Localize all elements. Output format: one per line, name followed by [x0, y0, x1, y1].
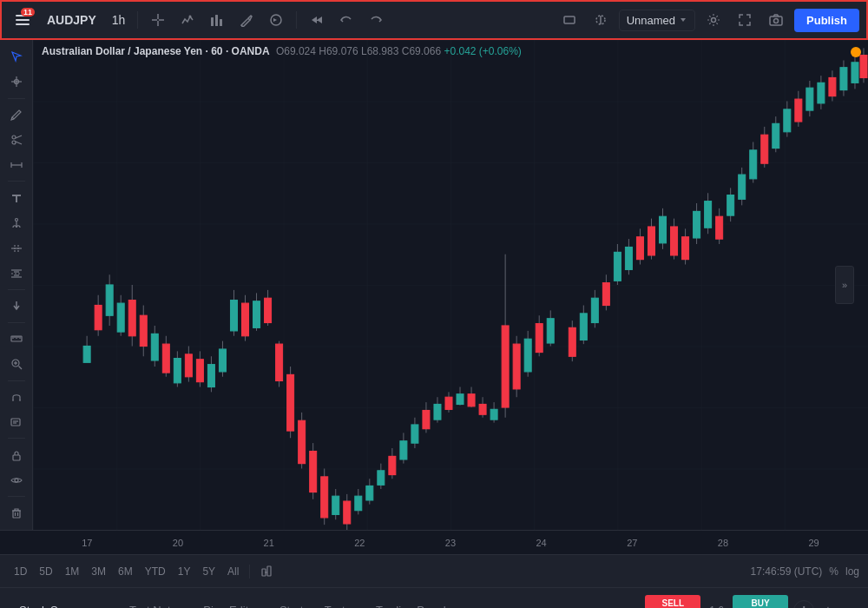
- svg-rect-141: [569, 327, 575, 356]
- toolbar-sep-2: [296, 11, 297, 29]
- svg-rect-137: [536, 324, 542, 353]
- svg-rect-147: [602, 283, 609, 306]
- tab-trading-panel[interactable]: Trading Panel: [365, 598, 456, 608]
- svg-rect-179: [784, 109, 791, 132]
- svg-rect-191: [852, 63, 858, 83]
- buy-button[interactable]: BUY 69.074: [733, 595, 788, 608]
- rectangle-icon[interactable]: [556, 7, 582, 33]
- interval-label[interactable]: 1h: [107, 10, 131, 30]
- indicators-icon[interactable]: [174, 7, 201, 33]
- date-label-20: 20: [173, 538, 183, 548]
- replay-icon[interactable]: [263, 7, 289, 33]
- range-all[interactable]: All: [222, 563, 244, 580]
- drawing-icon[interactable]: [233, 7, 260, 33]
- publish-button[interactable]: Publish: [794, 9, 859, 32]
- svg-rect-139: [547, 319, 554, 343]
- svg-rect-135: [524, 339, 531, 372]
- bar-chart-icon[interactable]: [204, 7, 230, 33]
- magnet-tool[interactable]: [4, 386, 29, 409]
- svg-rect-79: [207, 365, 214, 387]
- info-icon[interactable]: ℹ: [793, 600, 814, 609]
- chart-ohlc: O69.024 H69.076 L68.983 C69.066: [276, 45, 444, 57]
- symbol-label[interactable]: AUDJPY: [40, 10, 103, 30]
- svg-rect-187: [829, 77, 836, 96]
- tab-text-notes-label: Text Notes: [129, 604, 182, 608]
- price-scale-icon[interactable]: [588, 7, 614, 33]
- scroll-right-button[interactable]: »: [835, 266, 854, 304]
- range-1y[interactable]: 1Y: [173, 563, 196, 580]
- range-6m[interactable]: 6M: [113, 563, 138, 580]
- svg-point-14: [774, 19, 779, 23]
- scissors-tool[interactable]: [4, 129, 29, 152]
- tab-pine-editor[interactable]: Pine Editor: [193, 598, 269, 608]
- label-tool[interactable]: [4, 411, 29, 434]
- arrow-tool[interactable]: [4, 294, 29, 318]
- tab-stock-screener[interactable]: Stock Screener: [9, 598, 119, 608]
- settings-icon[interactable]: [700, 7, 727, 33]
- log-label[interactable]: log: [845, 565, 859, 578]
- main-chart: Australian Dollar / Japanese Yen · 60 · …: [33, 40, 868, 530]
- projection-tool[interactable]: [4, 236, 29, 260]
- ruler-tool[interactable]: [4, 327, 29, 351]
- range-5y[interactable]: 5Y: [197, 563, 220, 580]
- svg-point-19: [12, 141, 16, 144]
- svg-rect-95: [299, 420, 306, 463]
- svg-rect-99: [321, 477, 328, 518]
- divider-tool[interactable]: [4, 261, 29, 285]
- range-5d[interactable]: 5D: [34, 563, 57, 580]
- svg-rect-129: [490, 409, 497, 420]
- tab-strategy-tester[interactable]: Strategy Tester: [269, 598, 365, 608]
- range-1m[interactable]: 1M: [60, 563, 85, 580]
- text-tool[interactable]: [4, 186, 29, 209]
- svg-rect-105: [355, 496, 362, 510]
- percent-label[interactable]: %: [829, 565, 838, 578]
- svg-rect-171: [739, 175, 746, 199]
- camera-icon[interactable]: [763, 7, 789, 33]
- price-dot-indicator: [851, 47, 861, 57]
- undo-icon[interactable]: [333, 7, 359, 33]
- sell-button[interactable]: SELL 69.058: [645, 595, 700, 608]
- crosshair-tool[interactable]: [4, 70, 29, 94]
- candlestick-chart[interactable]: [33, 40, 868, 530]
- redo-icon[interactable]: [363, 7, 389, 33]
- measure-tool[interactable]: [4, 154, 29, 177]
- cursor-tool[interactable]: [4, 45, 29, 69]
- svg-point-12: [712, 18, 716, 23]
- range-ytd[interactable]: YTD: [140, 563, 171, 580]
- svg-rect-177: [773, 123, 779, 148]
- pen-tool[interactable]: [4, 103, 29, 127]
- visibility-tool[interactable]: [4, 468, 29, 492]
- fullscreen-icon[interactable]: [732, 7, 758, 33]
- lock-tool[interactable]: [4, 443, 29, 466]
- fast-back-icon[interactable]: [304, 7, 330, 33]
- range-1d[interactable]: 1D: [9, 563, 32, 580]
- anchor-tool[interactable]: [4, 211, 29, 235]
- svg-rect-2: [16, 23, 30, 25]
- compare-bars-icon[interactable]: [255, 558, 281, 585]
- range-3m[interactable]: 3M: [86, 563, 111, 580]
- svg-rect-85: [242, 303, 249, 336]
- svg-rect-113: [400, 441, 407, 459]
- compare-icon[interactable]: [145, 7, 171, 33]
- lt-sep-7: [8, 496, 25, 497]
- zoom-tool[interactable]: [4, 353, 29, 376]
- svg-rect-73: [174, 359, 181, 383]
- svg-rect-127: [479, 404, 486, 414]
- utc-time: 17:46:59 (UTC): [751, 565, 823, 578]
- tr-sep: [249, 565, 250, 578]
- layout-selector[interactable]: Unnamed: [619, 10, 695, 31]
- svg-rect-115: [411, 425, 418, 443]
- svg-rect-119: [434, 404, 441, 420]
- trash-tool[interactable]: [4, 501, 29, 525]
- toolbar-right: Unnamed Publish: [556, 7, 859, 33]
- menu-button[interactable]: 11: [9, 6, 36, 34]
- date-label-24: 24: [536, 538, 546, 548]
- svg-rect-101: [332, 496, 339, 514]
- spread-value: 1.6: [706, 605, 727, 609]
- minus-icon[interactable]: −: [842, 602, 859, 609]
- svg-rect-131: [502, 326, 509, 407]
- lt-sep-4: [8, 322, 25, 323]
- svg-rect-81: [219, 349, 226, 372]
- tab-text-notes[interactable]: Text Notes: [119, 598, 193, 608]
- plus-icon[interactable]: +: [819, 602, 837, 609]
